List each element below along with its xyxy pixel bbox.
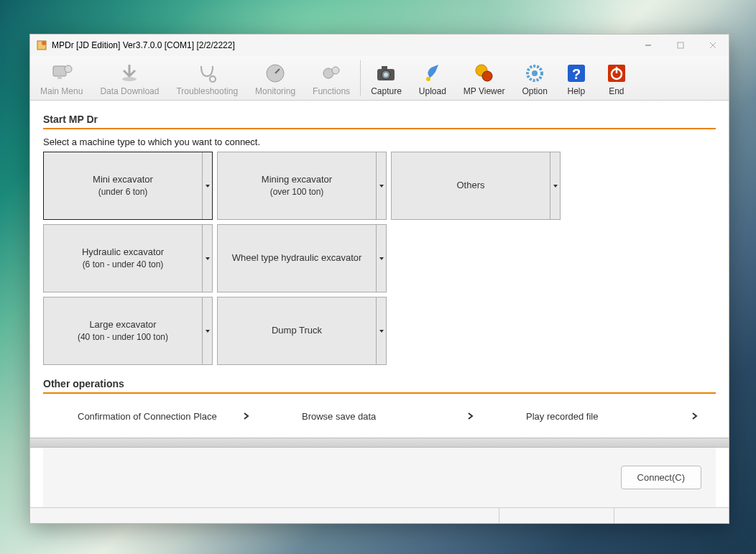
machine-main[interactable]: Hydraulic excavator(6 ton - under 40 ton… <box>44 225 202 292</box>
machine-main[interactable]: Wheel type hydraulic excavator <box>218 225 376 292</box>
machine-button[interactable]: Large excavator(40 ton - under 100 ton) <box>43 297 213 365</box>
statusbar <box>30 507 729 523</box>
operation-label: Play recorded file <box>526 411 598 422</box>
machine-main[interactable]: Dump Truck <box>218 297 376 364</box>
option-button[interactable]: Option <box>514 57 555 98</box>
svg-marker-35 <box>379 330 384 333</box>
svg-point-9 <box>122 77 137 81</box>
operation-link[interactable]: Browse save data <box>267 404 492 429</box>
machine-name: Mini excavator <box>93 173 153 186</box>
minimize-button[interactable] <box>632 34 664 56</box>
chevron-down-icon[interactable] <box>376 297 386 364</box>
tool-label: Capture <box>371 86 402 96</box>
mp-viewer-button[interactable]: MP Viewer <box>456 57 513 98</box>
tool-label: Data Download <box>100 86 159 96</box>
machine-sub: (40 ton - under 100 ton) <box>78 331 168 343</box>
machine-name: Mining excavator <box>262 173 332 186</box>
svg-point-19 <box>426 77 430 81</box>
end-button[interactable]: End <box>597 57 636 98</box>
machine-name: Large excavator <box>89 318 156 331</box>
divider-bar <box>30 438 729 448</box>
operation-label: Confirmation of Connection Place <box>78 411 217 422</box>
tool-label: MP Viewer <box>464 86 505 96</box>
maximize-button[interactable] <box>664 34 696 56</box>
power-icon <box>605 62 628 85</box>
status-cell <box>30 508 499 523</box>
svg-point-21 <box>482 71 492 81</box>
camera-icon <box>374 62 397 85</box>
viewer-icon <box>473 62 496 85</box>
machine-name: Wheel type hydraulic excavator <box>232 251 362 264</box>
tool-label: Troubleshooting <box>176 86 238 96</box>
troubleshooting-button[interactable]: Troubleshooting <box>168 57 246 98</box>
prompt-text: Select a machine type to which you want … <box>43 137 716 147</box>
arrow-right-icon <box>243 411 250 422</box>
machine-grid: Mini excavator(under 6 ton)Mining excava… <box>43 152 716 365</box>
help-button[interactable]: ? Help <box>557 57 596 98</box>
data-download-button[interactable]: Data Download <box>92 57 167 98</box>
machine-button[interactable]: Wheel type hydraulic excavator <box>217 224 387 292</box>
titlebar: MPDr [JD Edition] Ver3.7.0.0 [COM1] [2/2… <box>30 34 729 56</box>
gears-icon <box>320 62 343 85</box>
machine-main[interactable]: Mini excavator(under 6 ton) <box>44 152 202 219</box>
toolbar: Main Menu Data Download Troubleshooting … <box>30 56 729 101</box>
svg-rect-6 <box>53 66 66 76</box>
app-icon <box>36 40 47 51</box>
tool-label: Upload <box>419 86 446 96</box>
monitor-icon <box>50 62 73 85</box>
status-cell <box>499 508 614 523</box>
svg-point-14 <box>332 67 339 74</box>
chevron-down-icon[interactable] <box>376 225 386 292</box>
connect-button[interactable]: Connect(C) <box>621 466 701 489</box>
tool-label: End <box>609 86 624 96</box>
page-title: Start MP Dr <box>43 114 716 129</box>
main-menu-button[interactable]: Main Menu <box>32 57 91 98</box>
content-area: Start MP Dr Select a machine type to whi… <box>30 101 729 507</box>
arrow-right-icon <box>691 411 699 422</box>
machine-name: Dump Truck <box>272 324 322 337</box>
arrow-right-icon <box>467 411 474 422</box>
svg-point-1 <box>42 41 46 45</box>
svg-marker-31 <box>553 185 558 188</box>
machine-button[interactable]: Mini excavator(under 6 ton) <box>43 152 213 220</box>
svg-marker-32 <box>206 257 210 260</box>
functions-button[interactable]: Functions <box>305 57 358 98</box>
monitoring-button[interactable]: Monitoring <box>247 57 303 98</box>
chevron-down-icon[interactable] <box>202 152 212 219</box>
svg-rect-7 <box>57 76 62 79</box>
operation-link[interactable]: Confirmation of Connection Place <box>43 404 267 429</box>
machine-main[interactable]: Large excavator(40 ton - under 100 ton) <box>44 297 202 364</box>
operation-link[interactable]: Play recorded file <box>492 404 716 429</box>
machine-button[interactable]: Others <box>391 152 561 220</box>
chevron-down-icon[interactable] <box>376 152 386 219</box>
machine-button[interactable]: Mining excavator(over 100 ton) <box>217 152 387 220</box>
svg-marker-29 <box>206 185 210 188</box>
svg-point-8 <box>65 65 72 73</box>
footer: Connect(C) <box>43 448 716 507</box>
svg-marker-34 <box>206 330 210 333</box>
svg-text:?: ? <box>572 66 581 82</box>
toolbar-separator <box>360 60 361 96</box>
svg-marker-33 <box>379 257 384 260</box>
status-cell <box>614 508 729 523</box>
stethoscope-icon <box>195 62 218 85</box>
chevron-down-icon[interactable] <box>202 225 212 292</box>
close-button[interactable] <box>696 34 729 56</box>
machine-button[interactable]: Hydraulic excavator(6 ton - under 40 ton… <box>43 224 213 292</box>
chevron-down-icon[interactable] <box>202 297 212 364</box>
app-window: MPDr [JD Edition] Ver3.7.0.0 [COM1] [2/2… <box>29 34 729 524</box>
machine-button[interactable]: Dump Truck <box>217 297 387 365</box>
operation-label: Browse save data <box>302 411 376 422</box>
machine-main[interactable]: Others <box>392 152 550 219</box>
capture-button[interactable]: Capture <box>363 57 410 98</box>
upload-icon <box>421 62 444 85</box>
upload-button[interactable]: Upload <box>411 57 454 98</box>
machine-name: Others <box>456 179 484 192</box>
svg-marker-30 <box>379 185 384 188</box>
chevron-down-icon[interactable] <box>550 152 560 219</box>
window-controls <box>632 34 729 56</box>
machine-main[interactable]: Mining excavator(over 100 ton) <box>218 152 376 219</box>
svg-point-17 <box>384 73 388 77</box>
tool-label: Main Menu <box>40 86 83 96</box>
tool-label: Option <box>522 86 547 96</box>
